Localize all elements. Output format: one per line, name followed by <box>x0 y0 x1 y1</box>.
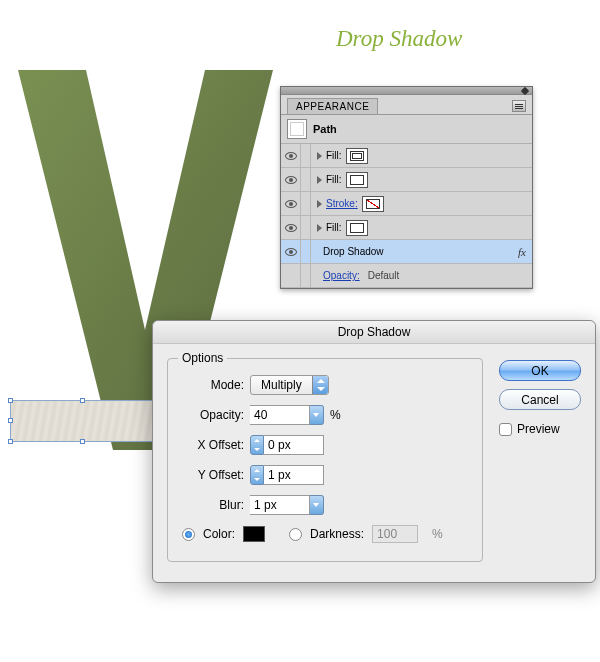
appearance-row-stroke[interactable]: Stroke: <box>281 192 532 216</box>
xoffset-label: X Offset: <box>182 438 250 452</box>
options-group: Options Mode: Multiply Opacity: % X Offs… <box>167 358 483 562</box>
mode-value: Multiply <box>251 378 312 392</box>
color-swatch[interactable] <box>243 526 265 542</box>
fill-swatch[interactable] <box>346 220 368 236</box>
opacity-label[interactable]: Opacity: <box>323 270 360 281</box>
appearance-panel: APPEARANCE Path Fill: Fill: <box>280 86 533 289</box>
blur-dropdown-icon[interactable] <box>310 495 324 515</box>
selected-banner-object[interactable] <box>10 400 155 442</box>
yoffset-input[interactable] <box>264 465 324 485</box>
selection-handle[interactable] <box>80 398 85 403</box>
selection-handle[interactable] <box>80 439 85 444</box>
opacity-unit: % <box>330 408 341 422</box>
appearance-row-effect[interactable]: Drop Shadow fx <box>281 240 532 264</box>
disclosure-triangle-icon[interactable] <box>317 224 322 232</box>
blur-label: Blur: <box>182 498 250 512</box>
xoffset-stepper[interactable] <box>250 435 264 455</box>
row-label[interactable]: Stroke: <box>326 198 358 209</box>
blur-input[interactable] <box>250 495 310 515</box>
visibility-icon[interactable] <box>285 176 297 184</box>
effect-name[interactable]: Drop Shadow <box>323 246 384 257</box>
ok-button[interactable]: OK <box>499 360 581 381</box>
visibility-icon[interactable] <box>285 152 297 160</box>
darkness-input <box>372 525 418 543</box>
dropdown-icon[interactable] <box>312 376 328 394</box>
dialog-title: Drop Shadow <box>153 321 595 344</box>
disclosure-triangle-icon[interactable] <box>317 200 322 208</box>
yoffset-label: Y Offset: <box>182 468 250 482</box>
appearance-row-fill[interactable]: Fill: <box>281 216 532 240</box>
xoffset-input[interactable] <box>264 435 324 455</box>
darkness-radio-label: Darkness: <box>310 527 364 541</box>
opacity-input[interactable] <box>250 405 310 425</box>
preview-checkbox[interactable] <box>499 423 512 436</box>
fx-icon[interactable]: fx <box>518 246 526 258</box>
disclosure-triangle-icon[interactable] <box>317 152 322 160</box>
appearance-target-row[interactable]: Path <box>281 115 532 144</box>
appearance-thumbnail <box>287 119 307 139</box>
drop-shadow-dialog: Drop Shadow Options Mode: Multiply Opaci… <box>152 320 596 583</box>
row-label: Fill: <box>326 174 342 185</box>
appearance-row-fill[interactable]: Fill: <box>281 144 532 168</box>
darkness-radio[interactable] <box>289 528 302 541</box>
disclosure-triangle-icon[interactable] <box>317 176 322 184</box>
darkness-unit: % <box>432 527 443 541</box>
fill-swatch[interactable] <box>346 148 368 164</box>
selection-handle[interactable] <box>8 398 13 403</box>
panel-menu-icon[interactable] <box>512 100 526 112</box>
appearance-row-opacity[interactable]: Opacity: Default <box>281 264 532 288</box>
visibility-icon[interactable] <box>285 248 297 256</box>
visibility-icon[interactable] <box>285 200 297 208</box>
selection-handle[interactable] <box>8 439 13 444</box>
opacity-label: Opacity: <box>182 408 250 422</box>
yoffset-stepper[interactable] <box>250 465 264 485</box>
appearance-tab[interactable]: APPEARANCE <box>287 98 378 114</box>
appearance-row-fill[interactable]: Fill: <box>281 168 532 192</box>
opacity-dropdown-icon[interactable] <box>310 405 324 425</box>
page-heading: Drop Shadow <box>336 26 462 52</box>
mode-select[interactable]: Multiply <box>250 375 329 395</box>
selection-handle[interactable] <box>8 418 13 423</box>
panel-title-bar[interactable] <box>281 87 532 95</box>
cancel-button[interactable]: Cancel <box>499 389 581 410</box>
opacity-value: Default <box>368 270 400 281</box>
row-label: Fill: <box>326 150 342 161</box>
color-radio-label: Color: <box>203 527 235 541</box>
options-legend: Options <box>178 351 227 365</box>
fill-swatch[interactable] <box>346 172 368 188</box>
panel-collapse-icon[interactable] <box>521 87 529 95</box>
preview-label: Preview <box>517 422 560 436</box>
row-label: Fill: <box>326 222 342 233</box>
visibility-icon[interactable] <box>285 224 297 232</box>
mode-label: Mode: <box>182 378 250 392</box>
stroke-swatch[interactable] <box>362 196 384 212</box>
appearance-target-label: Path <box>313 123 337 135</box>
color-radio[interactable] <box>182 528 195 541</box>
